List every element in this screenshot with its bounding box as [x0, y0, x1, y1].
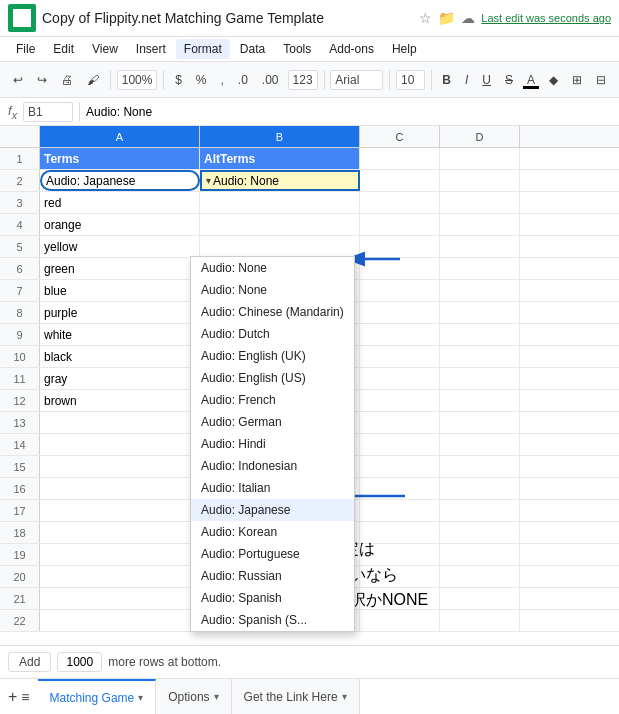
menu-insert[interactable]: Insert	[128, 39, 174, 59]
cell-b2[interactable]: ▾ Audio: None	[200, 170, 360, 191]
menu-file[interactable]: File	[8, 39, 43, 59]
borders-button[interactable]: ⊞	[567, 71, 587, 89]
folder-icon[interactable]: 📁	[438, 10, 455, 26]
strikethrough-button[interactable]: S	[500, 71, 518, 89]
cell-a1[interactable]: Terms	[40, 148, 200, 169]
cell-a9[interactable]: white	[40, 324, 200, 345]
dropdown-item-portuguese[interactable]: Audio: Portuguese	[191, 543, 354, 565]
dropdown-item-korean[interactable]: Audio: Korean	[191, 521, 354, 543]
cell-a16[interactable]	[40, 478, 200, 499]
menu-format[interactable]: Format	[176, 39, 230, 59]
cell-a13[interactable]	[40, 412, 200, 433]
menu-tools[interactable]: Tools	[275, 39, 319, 59]
cell-c14[interactable]	[360, 434, 440, 455]
cell-d14[interactable]	[440, 434, 520, 455]
comma-button[interactable]: ,	[216, 71, 229, 89]
dropdown-item-dutch[interactable]: Audio: Dutch	[191, 323, 354, 345]
menu-edit[interactable]: Edit	[45, 39, 82, 59]
cell-a21[interactable]	[40, 588, 200, 609]
bold-button[interactable]: B	[437, 71, 456, 89]
dropdown-item-english-us[interactable]: Audio: English (US)	[191, 367, 354, 389]
cell-c8[interactable]	[360, 302, 440, 323]
cell-a11[interactable]: gray	[40, 368, 200, 389]
zoom-selector[interactable]: 100%	[117, 70, 158, 90]
print-button[interactable]: 🖨	[56, 71, 78, 89]
tab-get-link[interactable]: Get the Link Here ▾	[232, 679, 360, 714]
percent-button[interactable]: %	[191, 71, 212, 89]
cell-a5[interactable]: yellow	[40, 236, 200, 257]
audio-dropdown[interactable]: Audio: None Audio: None Audio: Chinese (…	[190, 256, 355, 632]
cell-a22[interactable]	[40, 610, 200, 631]
font-selector[interactable]: Arial	[330, 70, 383, 90]
cell-a15[interactable]	[40, 456, 200, 477]
italic-button[interactable]: I	[460, 71, 473, 89]
cell-d7[interactable]	[440, 280, 520, 301]
cell-c13[interactable]	[360, 412, 440, 433]
dropdown-item-audio-none-2[interactable]: Audio: None	[191, 279, 354, 301]
merge-button[interactable]: ⊟	[591, 71, 611, 89]
dropdown-item-audio-none-1[interactable]: Audio: None	[191, 257, 354, 279]
cell-b5[interactable]	[200, 236, 360, 257]
cell-reference-input[interactable]	[23, 102, 73, 122]
cloud-icon[interactable]: ☁	[461, 10, 475, 26]
dropdown-item-spanish-s[interactable]: Audio: Spanish (S...	[191, 609, 354, 631]
add-row-count-input[interactable]	[57, 652, 102, 672]
col-header-d[interactable]: D	[440, 126, 520, 147]
cell-b1[interactable]: AltTerms	[200, 148, 360, 169]
cell-c9[interactable]	[360, 324, 440, 345]
cell-d18[interactable]	[440, 522, 520, 543]
cell-a8[interactable]: purple	[40, 302, 200, 323]
dropdown-item-french[interactable]: Audio: French	[191, 389, 354, 411]
cell-d5[interactable]	[440, 236, 520, 257]
format-number[interactable]: 123	[288, 70, 318, 90]
tab-options[interactable]: Options ▾	[156, 679, 231, 714]
cell-d6[interactable]	[440, 258, 520, 279]
undo-button[interactable]: ↩	[8, 71, 28, 89]
decimal-dec-button[interactable]: .0	[233, 71, 253, 89]
underline-button[interactable]: U	[477, 71, 496, 89]
redo-button[interactable]: ↪	[32, 71, 52, 89]
cell-a10[interactable]: black	[40, 346, 200, 367]
dropdown-item-english-uk[interactable]: Audio: English (UK)	[191, 345, 354, 367]
cell-c4[interactable]	[360, 214, 440, 235]
cell-d9[interactable]	[440, 324, 520, 345]
cell-d15[interactable]	[440, 456, 520, 477]
cell-d13[interactable]	[440, 412, 520, 433]
cell-a6[interactable]: green	[40, 258, 200, 279]
cell-a14[interactable]	[40, 434, 200, 455]
decimal-inc-button[interactable]: .00	[257, 71, 284, 89]
cell-d12[interactable]	[440, 390, 520, 411]
menu-data[interactable]: Data	[232, 39, 273, 59]
menu-addons[interactable]: Add-ons	[321, 39, 382, 59]
cell-a12[interactable]: brown	[40, 390, 200, 411]
cell-a17[interactable]	[40, 500, 200, 521]
menu-help[interactable]: Help	[384, 39, 425, 59]
fill-color-button[interactable]: ◆	[544, 71, 563, 89]
col-header-c[interactable]: C	[360, 126, 440, 147]
cell-c12[interactable]	[360, 390, 440, 411]
text-color-button[interactable]: A	[522, 71, 540, 89]
cell-c15[interactable]	[360, 456, 440, 477]
cell-b3[interactable]	[200, 192, 360, 213]
cell-d10[interactable]	[440, 346, 520, 367]
dropdown-item-indonesian[interactable]: Audio: Indonesian	[191, 455, 354, 477]
cell-c7[interactable]	[360, 280, 440, 301]
cell-d3[interactable]	[440, 192, 520, 213]
paint-format-button[interactable]: 🖌	[82, 71, 104, 89]
cell-a20[interactable]	[40, 566, 200, 587]
menu-view[interactable]: View	[84, 39, 126, 59]
star-icon[interactable]: ☆	[419, 10, 432, 26]
dropdown-item-hindi[interactable]: Audio: Hindi	[191, 433, 354, 455]
font-size-selector[interactable]: 10	[396, 70, 425, 90]
cell-a19[interactable]	[40, 544, 200, 565]
dropdown-item-german[interactable]: Audio: German	[191, 411, 354, 433]
add-sheet-button[interactable]: + ≡	[0, 684, 38, 710]
cell-c10[interactable]	[360, 346, 440, 367]
cell-d2[interactable]	[440, 170, 520, 191]
cell-d8[interactable]	[440, 302, 520, 323]
cell-d16[interactable]	[440, 478, 520, 499]
dropdown-item-japanese[interactable]: Audio: Japanese	[191, 499, 354, 521]
cell-d4[interactable]	[440, 214, 520, 235]
document-title[interactable]: Copy of Flippity.net Matching Game Templ…	[42, 10, 413, 26]
tab-matching-game[interactable]: Matching Game ▾	[38, 679, 157, 714]
